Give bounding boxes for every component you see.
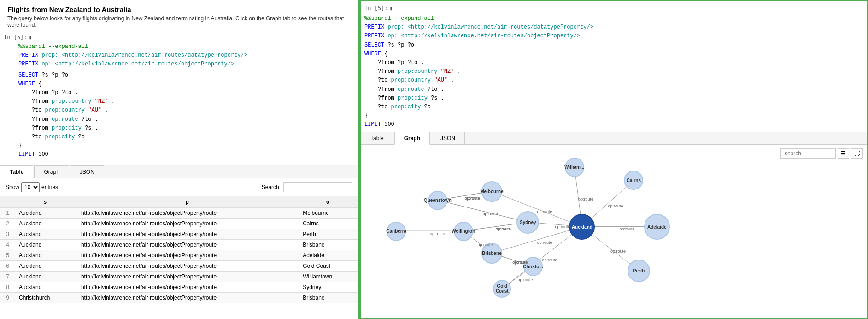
graph-node-cairns[interactable]: Cairns bbox=[624, 171, 643, 190]
col-header-p: p bbox=[76, 196, 298, 208]
col-header-o: o bbox=[298, 196, 358, 208]
code-prefix-op: PREFIX op: <http://kelvinlawrence.net/ai… bbox=[18, 60, 354, 69]
graph-node-auckland[interactable]: Auckland bbox=[569, 214, 595, 240]
expand-button[interactable]: ⛶ bbox=[851, 148, 863, 159]
cell-o: Gold Coast bbox=[298, 261, 358, 272]
table-row: 3 Auckland http://kelvinlawrence.net/air… bbox=[0, 229, 358, 240]
edge-label: op:route bbox=[610, 249, 626, 254]
edge-label: op:route bbox=[608, 204, 623, 208]
entries-label: entries bbox=[41, 184, 58, 190]
show-entries: Show 10 25 50 entries bbox=[6, 182, 58, 192]
cell-s: Auckland bbox=[14, 261, 76, 272]
show-label: Show bbox=[6, 184, 19, 190]
edge-label: op:route bbox=[478, 242, 493, 247]
right-code-line-1: %%sparql --expand-all bbox=[364, 14, 863, 23]
right-code-to-au: ?to prop:country "AU" . bbox=[364, 76, 863, 85]
tab-graph-left[interactable]: Graph bbox=[34, 165, 69, 178]
code-select: SELECT ?s ?p ?o bbox=[18, 71, 354, 80]
code-block-right: %%sparql --expand-all PREFIX prop: <http… bbox=[361, 12, 867, 132]
code-from-city: ?from prop:city ?s . bbox=[18, 124, 354, 133]
tab-table-right[interactable]: Table bbox=[361, 132, 393, 144]
cell-marker-left: ▮ bbox=[29, 34, 32, 41]
edge-label: op:route bbox=[542, 258, 557, 262]
page-description: The query below looks for any flights or… bbox=[7, 15, 351, 28]
cell-o: Brisbane bbox=[298, 293, 358, 303]
edge-label: op:route bbox=[512, 260, 528, 265]
table-row: 9 Christchurch http://kelvinlawrence.net… bbox=[0, 293, 358, 303]
graph-search-input[interactable] bbox=[780, 148, 836, 159]
graph-node-adelaide[interactable]: Adelaide bbox=[644, 214, 670, 240]
tab-table-left[interactable]: Table bbox=[0, 165, 33, 178]
right-code-close: } bbox=[364, 112, 863, 120]
cell-s: Christchurch bbox=[14, 293, 76, 303]
edge-label: op:route bbox=[465, 196, 480, 201]
right-code-from-route: ?from op:route ?to . bbox=[364, 85, 863, 94]
row-num: 6 bbox=[0, 261, 14, 272]
cell-o: Melbourne bbox=[298, 208, 358, 219]
edge-label: op:route bbox=[555, 224, 570, 229]
tab-json-right[interactable]: JSON bbox=[431, 132, 465, 144]
edge-label: op:route bbox=[537, 209, 552, 214]
graph-node-williamtown[interactable]: William... bbox=[565, 158, 584, 177]
graph-node-melbourne[interactable]: Melbourne bbox=[481, 181, 502, 202]
right-code-from-nz: ?from prop:country "NZ" . bbox=[364, 67, 863, 76]
cell-s: Auckland bbox=[14, 240, 76, 250]
cell-number-right: In [5]: bbox=[364, 5, 388, 12]
cell-marker-right: ▮ bbox=[390, 5, 393, 12]
table-row: 1 Auckland http://kelvinlawrence.net/air… bbox=[0, 208, 358, 219]
right-code-prefix-prop: PREFIX prop: <http://kelvinlawrence.net/… bbox=[364, 23, 863, 32]
graph-node-canberra[interactable]: Canberra bbox=[387, 222, 406, 241]
right-panel: In [5]: ▮ %%sparql --expand-all PREFIX p… bbox=[359, 0, 868, 319]
right-code-from-p: ?from ?p ?to . bbox=[364, 59, 863, 67]
edge-label: op:route bbox=[430, 231, 445, 236]
tab-graph-right[interactable]: Graph bbox=[394, 132, 430, 145]
tab-json-left[interactable]: JSON bbox=[70, 165, 104, 178]
cell-p: http://kelvinlawrence.net/air-routes/obj… bbox=[76, 293, 298, 303]
table-row: 5 Auckland http://kelvinlawrence.net/air… bbox=[0, 250, 358, 261]
table-row: 6 Auckland http://kelvinlawrence.net/air… bbox=[0, 261, 358, 272]
right-code-limit: LIMIT 300 bbox=[364, 120, 863, 129]
cell-o: Perth bbox=[298, 229, 358, 240]
cell-s: Auckland bbox=[14, 208, 76, 219]
right-tabs-bar: Table Graph JSON bbox=[361, 132, 867, 145]
cell-o: Adelaide bbox=[298, 250, 358, 261]
cell-p: http://kelvinlawrence.net/air-routes/obj… bbox=[76, 229, 298, 240]
code-close: } bbox=[18, 142, 354, 150]
right-code-to-city: ?to prop:city ?o bbox=[364, 103, 863, 112]
row-num: 2 bbox=[0, 219, 14, 229]
code-to-au: ?to prop:country "AU" . bbox=[18, 106, 354, 115]
graph-area: ☰ ⛶ AucklandSydneyMelbourneBrisbanePerth… bbox=[361, 145, 867, 318]
graph-node-goldcoast[interactable]: Gold Coast bbox=[493, 280, 511, 298]
graph-node-perth[interactable]: Perth bbox=[628, 260, 650, 282]
cell-p: http://kelvinlawrence.net/air-routes/obj… bbox=[76, 250, 298, 261]
cell-label-left: In [5]: ▮ bbox=[0, 32, 358, 41]
entries-select[interactable]: 10 25 50 bbox=[21, 182, 40, 192]
left-panel: Flights from New Zealand to Australia Th… bbox=[0, 0, 359, 319]
code-where: WHERE { bbox=[18, 80, 354, 89]
row-num: 3 bbox=[0, 229, 14, 240]
cell-p: http://kelvinlawrence.net/air-routes/obj… bbox=[76, 208, 298, 219]
search-input[interactable] bbox=[283, 182, 352, 192]
data-table: s p o 1 Auckland http://kelvinlawrence.n… bbox=[0, 196, 358, 303]
cell-s: Auckland bbox=[14, 282, 76, 293]
list-view-button[interactable]: ☰ bbox=[838, 148, 849, 159]
graph-node-queenstown[interactable]: Queenstown bbox=[428, 191, 447, 210]
graph-node-sydney[interactable]: Sydney bbox=[516, 211, 539, 234]
cell-label-right: In [5]: ▮ bbox=[361, 1, 867, 12]
code-block-left: %%sparql --expand-all PREFIX prop: <http… bbox=[0, 41, 358, 161]
graph-node-wellington[interactable]: Wellington bbox=[454, 222, 473, 241]
edge-label: op:route bbox=[517, 278, 533, 282]
graph-toolbar: ☰ ⛶ bbox=[780, 148, 863, 159]
code-line-1: %%sparql --expand-all bbox=[18, 42, 354, 51]
cell-o: Brisbane bbox=[298, 240, 358, 250]
right-code-where: WHERE { bbox=[364, 50, 863, 59]
search-section: Search: bbox=[262, 182, 352, 192]
table-scroll: s p o 1 Auckland http://kelvinlawrence.n… bbox=[0, 196, 358, 319]
title-section: Flights from New Zealand to Australia Th… bbox=[0, 0, 358, 32]
cell-p: http://kelvinlawrence.net/air-routes/obj… bbox=[76, 219, 298, 229]
row-num: 4 bbox=[0, 240, 14, 250]
cell-p: http://kelvinlawrence.net/air-routes/obj… bbox=[76, 240, 298, 250]
cell-p: http://kelvinlawrence.net/air-routes/obj… bbox=[76, 261, 298, 272]
row-num: 8 bbox=[0, 282, 14, 293]
row-num: 7 bbox=[0, 272, 14, 282]
